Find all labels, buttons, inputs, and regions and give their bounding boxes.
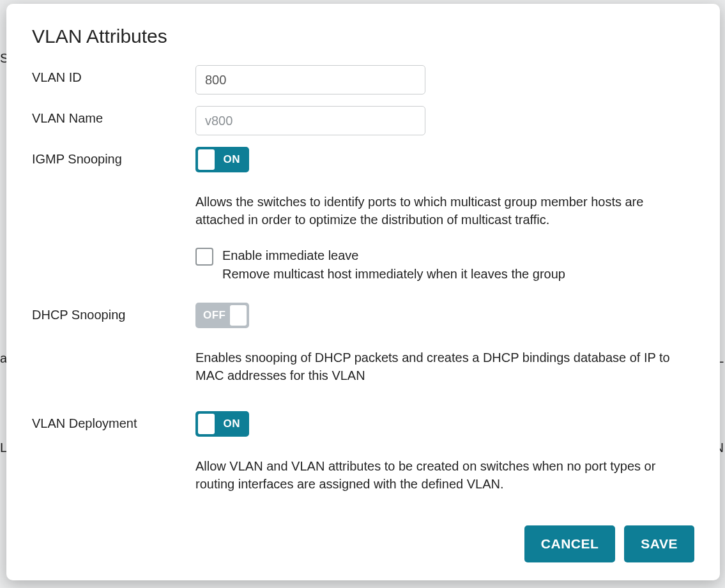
row-vlan-id: VLAN ID: [32, 65, 694, 94]
vlan-id-input[interactable]: [195, 65, 425, 94]
vlan-deployment-toggle[interactable]: ON: [195, 411, 249, 437]
modal-title: VLAN Attributes: [32, 26, 694, 47]
vlan-name-input[interactable]: [195, 106, 425, 135]
toggle-off-label: OFF: [203, 309, 226, 322]
row-dhcp-snooping: DHCP Snooping OFF Enables snooping of DH…: [32, 303, 694, 384]
row-igmp-snooping: IGMP Snooping ON Allows the switches to …: [32, 147, 694, 283]
igmp-snooping-toggle[interactable]: ON: [195, 147, 249, 172]
igmp-snooping-help: Allows the switches to identify ports to…: [195, 193, 694, 229]
toggle-on-label: ON: [224, 418, 241, 430]
label-dhcp-snooping: DHCP Snooping: [32, 303, 195, 322]
label-vlan-id: VLAN ID: [32, 65, 195, 85]
row-vlan-deployment: VLAN Deployment ON Allow VLAN and VLAN a…: [32, 411, 694, 493]
immediate-leave-label: Enable immediate leave: [222, 246, 565, 265]
label-vlan-name: VLAN Name: [32, 106, 195, 126]
immediate-leave-option: Enable immediate leave Remove multicast …: [195, 246, 694, 283]
cancel-button[interactable]: CANCEL: [524, 525, 616, 562]
toggle-knob: [198, 149, 215, 170]
label-vlan-deployment: VLAN Deployment: [32, 411, 195, 431]
vlan-attributes-modal: VLAN Attributes VLAN ID VLAN Name IGMP S…: [6, 4, 720, 580]
vlan-deployment-help: Allow VLAN and VLAN attributes to be cre…: [195, 457, 694, 493]
form-area: VLAN ID VLAN Name IGMP Snooping ON Allow…: [32, 65, 694, 513]
immediate-leave-help: Remove multicast host immediately when i…: [222, 265, 565, 283]
modal-footer: CANCEL SAVE: [32, 525, 694, 562]
dhcp-snooping-help: Enables snooping of DHCP packets and cre…: [195, 349, 694, 384]
dhcp-snooping-toggle[interactable]: OFF: [195, 303, 249, 328]
immediate-leave-checkbox[interactable]: [195, 248, 213, 266]
save-button[interactable]: SAVE: [624, 525, 694, 562]
toggle-knob: [198, 414, 215, 434]
toggle-knob: [230, 305, 247, 326]
label-igmp-snooping: IGMP Snooping: [32, 147, 195, 167]
row-vlan-name: VLAN Name: [32, 106, 694, 135]
toggle-on-label: ON: [224, 153, 241, 166]
